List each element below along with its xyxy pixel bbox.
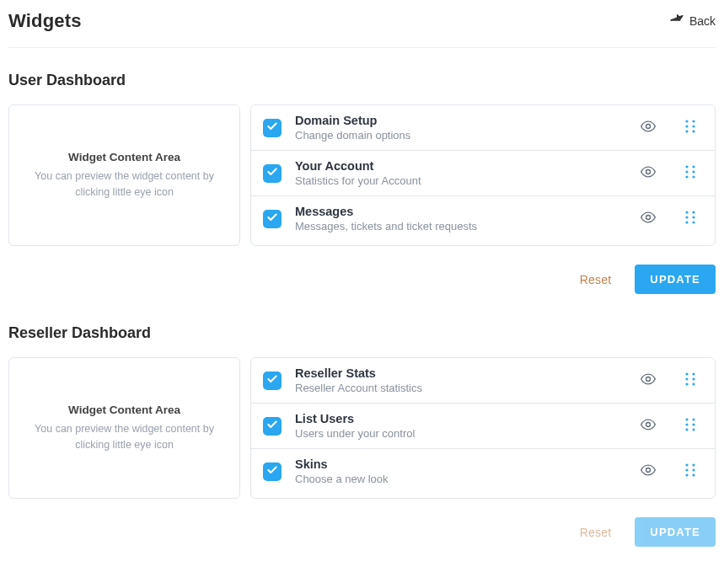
preview-subtitle: You can preview the widget content by cl… xyxy=(31,421,217,452)
section-columns: Widget Content Area You can preview the … xyxy=(8,104,716,246)
widget-item-subtitle: Change domain options xyxy=(295,129,625,142)
svg-point-26 xyxy=(685,382,688,385)
section-title: User Dashboard xyxy=(8,72,716,89)
preview-button[interactable] xyxy=(639,372,657,390)
svg-point-18 xyxy=(692,216,695,218)
widget-item-text: Skins Choose a new look xyxy=(295,457,625,485)
svg-point-7 xyxy=(646,169,651,174)
svg-point-38 xyxy=(685,468,688,471)
drag-icon xyxy=(684,164,696,183)
drag-handle[interactable] xyxy=(678,414,703,439)
update-button[interactable]: UPDATE xyxy=(635,517,716,547)
back-label: Back xyxy=(689,14,716,28)
drag-handle[interactable] xyxy=(678,206,703,232)
checkbox[interactable] xyxy=(263,372,282,390)
eye-icon xyxy=(640,462,657,482)
svg-point-5 xyxy=(685,130,688,132)
eye-icon xyxy=(640,371,657,391)
check-icon xyxy=(266,464,278,479)
widget-preview-area: Widget Content Area You can preview the … xyxy=(8,104,240,246)
svg-point-4 xyxy=(692,125,695,127)
svg-point-6 xyxy=(692,130,695,132)
svg-point-36 xyxy=(685,463,688,466)
eye-icon xyxy=(640,209,657,229)
preview-button[interactable] xyxy=(639,210,657,228)
widget-list: Reseller Stats Reseller Account statisti… xyxy=(250,357,716,499)
preview-button[interactable] xyxy=(639,462,657,481)
preview-button[interactable] xyxy=(639,417,657,436)
svg-point-11 xyxy=(692,170,695,173)
checkbox[interactable] xyxy=(263,462,282,481)
svg-point-2 xyxy=(692,120,695,122)
drag-handle[interactable] xyxy=(678,368,703,393)
svg-point-3 xyxy=(685,125,688,127)
widget-item-subtitle: Users under your control xyxy=(295,427,625,440)
svg-point-16 xyxy=(692,211,695,213)
widget-item-text: List Users Users under your control xyxy=(295,412,625,440)
eye-icon xyxy=(640,118,657,138)
reset-button[interactable]: Reset xyxy=(580,526,612,539)
preview-button[interactable] xyxy=(639,119,657,137)
drag-icon xyxy=(684,417,696,436)
drag-handle[interactable] xyxy=(678,161,703,186)
update-button[interactable]: UPDATE xyxy=(635,265,716,294)
drag-icon xyxy=(684,462,696,481)
widget-item-text: Domain Setup Change domain options xyxy=(295,114,625,142)
svg-point-12 xyxy=(685,175,688,178)
svg-point-0 xyxy=(646,124,651,128)
section-reseller-dashboard: Reseller Dashboard Widget Content Area Y… xyxy=(8,324,716,547)
drag-icon xyxy=(684,210,696,228)
svg-point-8 xyxy=(685,165,688,168)
reset-button[interactable]: Reset xyxy=(580,273,612,286)
svg-point-23 xyxy=(692,372,695,375)
widget-item: Skins Choose a new look xyxy=(251,449,715,494)
widget-preview-area: Widget Content Area You can preview the … xyxy=(8,357,240,499)
page-title: Widgets xyxy=(8,10,82,32)
svg-point-19 xyxy=(685,221,688,223)
drag-icon xyxy=(684,372,696,390)
svg-point-31 xyxy=(685,423,688,425)
eye-icon xyxy=(640,163,657,184)
widget-item: Messages Messages, tickets and ticket re… xyxy=(251,196,715,241)
svg-point-21 xyxy=(646,377,651,381)
eye-icon xyxy=(640,416,657,436)
widget-item-title: List Users xyxy=(295,412,625,425)
svg-point-14 xyxy=(646,215,651,219)
svg-point-28 xyxy=(646,422,651,426)
widget-item-title: Your Account xyxy=(295,159,625,173)
checkbox[interactable] xyxy=(263,210,282,228)
preview-title: Widget Content Area xyxy=(68,151,180,163)
back-arrow-icon xyxy=(669,13,684,30)
svg-point-35 xyxy=(646,468,651,472)
svg-point-33 xyxy=(685,428,688,430)
drag-handle[interactable] xyxy=(678,459,703,484)
drag-icon xyxy=(684,119,696,137)
widget-item: List Users Users under your control xyxy=(251,404,715,449)
checkbox[interactable] xyxy=(263,164,282,183)
widget-item-title: Messages xyxy=(295,205,625,218)
preview-button[interactable] xyxy=(639,164,657,183)
back-button[interactable]: Back xyxy=(669,13,716,30)
section-user-dashboard: User Dashboard Widget Content Area You c… xyxy=(8,72,716,294)
preview-title: Widget Content Area xyxy=(68,404,180,416)
widget-item-text: Reseller Stats Reseller Account statisti… xyxy=(295,366,625,394)
svg-point-22 xyxy=(685,372,688,375)
svg-point-13 xyxy=(692,175,695,178)
drag-handle[interactable] xyxy=(678,115,703,141)
widget-list: Domain Setup Change domain options xyxy=(250,104,716,246)
svg-point-29 xyxy=(685,418,688,420)
svg-point-39 xyxy=(692,468,695,471)
preview-subtitle: You can preview the widget content by cl… xyxy=(31,168,217,199)
svg-point-10 xyxy=(685,170,688,173)
svg-point-32 xyxy=(692,423,695,425)
widget-item: Your Account Statistics for your Account xyxy=(251,151,715,196)
widget-item-title: Skins xyxy=(295,457,625,471)
widget-item: Reseller Stats Reseller Account statisti… xyxy=(251,358,715,404)
widget-item-title: Reseller Stats xyxy=(295,366,625,380)
svg-point-24 xyxy=(685,377,688,380)
check-icon xyxy=(266,373,278,388)
checkbox[interactable] xyxy=(263,417,282,436)
checkbox[interactable] xyxy=(263,119,282,137)
section-actions: Reset UPDATE xyxy=(8,517,716,547)
widget-item-subtitle: Reseller Account statistics xyxy=(295,382,625,394)
